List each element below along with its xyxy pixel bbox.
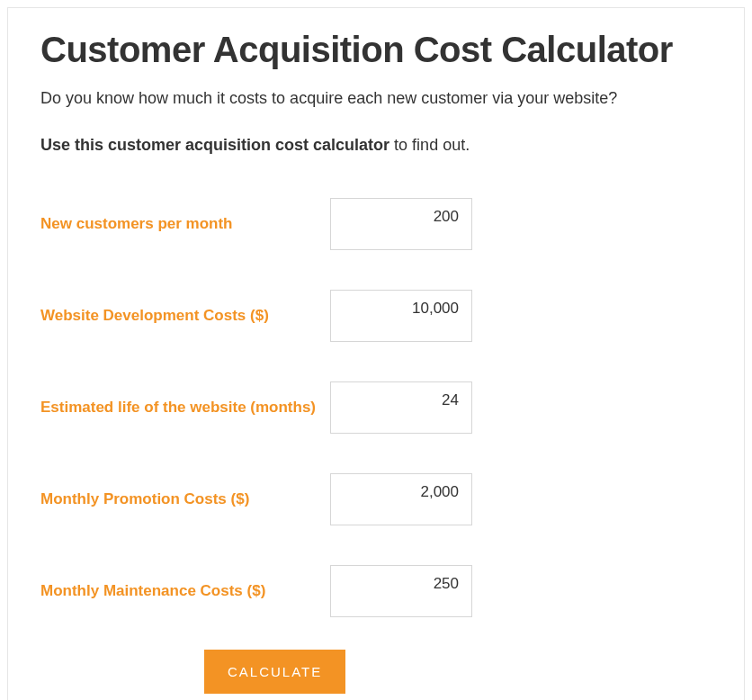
button-row: CALCULATE	[40, 650, 712, 694]
page-subtitle: Do you know how much it costs to acquire…	[40, 86, 712, 111]
calculate-button[interactable]: CALCULATE	[204, 650, 345, 694]
instruction-text: Use this customer acquisition cost calcu…	[40, 136, 712, 155]
instruction-rest: to find out.	[389, 136, 470, 154]
label-dev-costs: Website Development Costs ($)	[40, 307, 330, 325]
input-promotion-costs[interactable]	[330, 473, 472, 525]
instruction-bold: Use this customer acquisition cost calcu…	[40, 136, 389, 154]
input-dev-costs[interactable]	[330, 290, 472, 342]
input-new-customers[interactable]	[330, 198, 472, 250]
label-website-life: Estimated life of the website (months)	[40, 399, 330, 417]
page-title: Customer Acquisition Cost Calculator	[40, 30, 712, 70]
field-row-promotion-costs: Monthly Promotion Costs ($)	[40, 473, 712, 525]
label-maintenance-costs: Monthly Maintenance Costs ($)	[40, 582, 330, 600]
label-new-customers: New customers per month	[40, 215, 330, 233]
input-website-life[interactable]	[330, 381, 472, 434]
calculator-container: Customer Acquisition Cost Calculator Do …	[7, 7, 745, 700]
field-row-dev-costs: Website Development Costs ($)	[40, 290, 712, 342]
field-row-maintenance-costs: Monthly Maintenance Costs ($)	[40, 565, 712, 617]
field-row-website-life: Estimated life of the website (months)	[40, 381, 712, 434]
field-row-new-customers: New customers per month	[40, 198, 712, 250]
input-maintenance-costs[interactable]	[330, 565, 472, 617]
label-promotion-costs: Monthly Promotion Costs ($)	[40, 490, 330, 508]
